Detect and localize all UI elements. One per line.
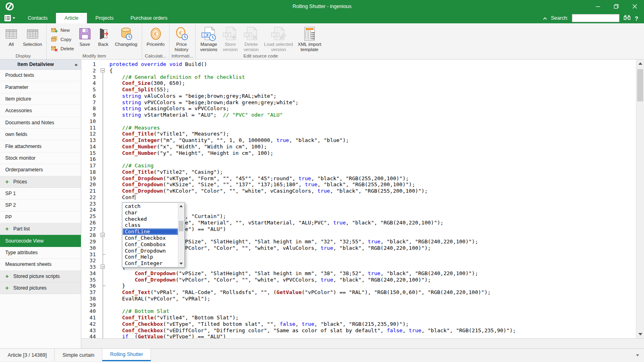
sidebar-item-sp-2[interactable]: SP 2: [0, 200, 81, 211]
svg-text:€: €: [154, 30, 157, 38]
sidebar-item-stock-monitor[interactable]: Stock monitor: [0, 152, 81, 164]
sidebar-item-pp[interactable]: PP: [0, 212, 81, 223]
manage-versions-button[interactable]: C#Manage versions: [198, 24, 220, 52]
fold-margin: [99, 270, 107, 277]
autocomplete-item[interactable]: Conf_Help: [123, 254, 178, 260]
scroll-down-icon[interactable]: [180, 263, 183, 265]
code-line: 41 Conf_Title("vTitle4", "Bottom Slat");: [81, 315, 636, 321]
sidebar-item-orderparameters[interactable]: Orderparameters: [0, 164, 81, 176]
line-number: 7: [81, 99, 99, 106]
scroll-up-icon[interactable]: [180, 205, 183, 207]
document-tab-rolling-shutter[interactable]: Rolling Shutter: [102, 349, 151, 361]
line-number: 30: [81, 245, 99, 251]
menu-tab-contacts[interactable]: Contacts: [19, 13, 56, 23]
autocomplete-item[interactable]: Conf_Integer: [123, 260, 178, 267]
autocomplete-item[interactable]: Conf_Combobox: [123, 241, 178, 248]
fold-margin: [99, 308, 107, 315]
autocomplete-item[interactable]: ConfLine: [123, 228, 178, 235]
tab-list-dropdown-icon[interactable]: [636, 354, 639, 356]
line-number: 14: [81, 144, 99, 150]
bottom-tab-bar: Article [3 / 14369]Simple curtainRolling…: [0, 348, 644, 362]
application-menu-button[interactable]: [0, 13, 19, 23]
code-line: 10: [81, 118, 636, 125]
save-button[interactable]: Save: [76, 24, 94, 47]
fold-margin: [99, 175, 107, 182]
scrollbar-thumb[interactable]: [637, 69, 643, 101]
sidebar-item-stored-picture-scripts[interactable]: +Stored picture scripts: [0, 271, 81, 282]
search-input[interactable]: [572, 14, 619, 22]
selection-button[interactable]: Selection: [21, 24, 44, 47]
autocomplete-item[interactable]: char: [123, 210, 178, 216]
autocomplete-item[interactable]: Conf_Checkbox: [123, 235, 178, 241]
ribbon-group-label: Calculati...: [144, 53, 167, 59]
fold-margin: [99, 321, 107, 327]
fold-margin[interactable]: [99, 264, 107, 270]
code-line: 4 Conf_Size(300, 650);: [81, 80, 636, 86]
code-area[interactable]: 1protected override void Build()2{3 //# …: [81, 60, 636, 338]
autocomplete-item[interactable]: Conf_Dropdown: [123, 248, 178, 254]
autocomplete-scrollbar[interactable]: [178, 203, 184, 267]
fold-margin: [99, 277, 107, 283]
fold-margin: [99, 296, 107, 302]
autocomplete-item[interactable]: class: [123, 222, 178, 228]
autocomplete-item[interactable]: catch: [123, 203, 178, 210]
binoculars-search-icon[interactable]: [623, 14, 631, 22]
sidebar-item-sp-1[interactable]: SP 1: [0, 188, 81, 200]
scroll-down-icon[interactable]: [638, 333, 642, 335]
sidebar-item-own-fields[interactable]: own fields: [0, 129, 81, 140]
delete-button[interactable]: Delete: [51, 44, 74, 53]
sidebar-item-parameter[interactable]: Parameter: [0, 81, 81, 93]
menu-tab-purchase-orders[interactable]: Purchase orders: [122, 13, 176, 23]
autocomplete-item[interactable]: checked: [123, 216, 178, 222]
help-icon[interactable]: ?: [635, 15, 638, 22]
autocomplete-popup[interactable]: catchcharcheckedclassConfLineConf_Checkb…: [122, 202, 185, 267]
price-history-button[interactable]: €Price history: [171, 24, 192, 52]
fold-margin: [99, 169, 107, 175]
window-title: Rolling Shutter - ingenious: [0, 4, 644, 9]
all-button[interactable]: All: [2, 24, 21, 47]
priceinfo-button[interactable]: €Priceinfo: [144, 24, 167, 47]
sidebar-item-stored-pictures[interactable]: +Stored pictures: [0, 282, 81, 294]
xml-import-template-button[interactable]: XML import template: [295, 24, 324, 52]
delete-version-icon: C#: [243, 26, 259, 42]
minimize-button[interactable]: [588, 0, 607, 13]
code-line: 11 //# Measures: [81, 125, 636, 131]
sidebar-item-prices[interactable]: +Prices: [0, 176, 81, 188]
fold-margin: [99, 74, 107, 80]
document-tab-article-3-14369-[interactable]: Article [3 / 14369]: [0, 349, 55, 361]
sidebar-item-type-attributes[interactable]: Type attributes: [0, 247, 81, 259]
back-button[interactable]: Back: [94, 24, 113, 47]
sidebar-item-documents-and-notes[interactable]: Documents and Notes: [0, 117, 81, 129]
line-number: 29: [81, 239, 99, 245]
collapse-ribbon-icon[interactable]: [543, 14, 547, 22]
code-line: 18 Conf_Title("vTitle2", "Casing");: [81, 169, 636, 175]
close-button[interactable]: [625, 0, 644, 13]
code-line: 17 //# Casing: [81, 162, 636, 169]
fold-margin: [99, 327, 107, 334]
fold-margin[interactable]: [99, 232, 107, 239]
document-tab-simple-curtain[interactable]: Simple curtain: [55, 349, 102, 361]
copy-button[interactable]: Copy: [51, 35, 74, 44]
ribbon-group-display: AllSelectionDisplay: [0, 23, 46, 59]
fold-margin[interactable]: [99, 68, 107, 74]
collapse-sidebar-icon[interactable]: «: [71, 62, 81, 68]
menu-tab-projects[interactable]: Projects: [87, 13, 122, 23]
svg-text:C#: C#: [225, 32, 229, 37]
line-number: 2: [81, 68, 99, 74]
sidebar-item-measurement-sheets[interactable]: Measurement sheets: [0, 259, 81, 270]
sidebar-item-sourcecode-view[interactable]: Sourcecode View: [0, 235, 81, 247]
sidebar-item-item-picture[interactable]: Item picture: [0, 93, 81, 105]
sidebar-item-part-list[interactable]: +Part list: [0, 223, 81, 235]
fold-margin: [99, 245, 107, 251]
scrollbar-thumb[interactable]: [179, 221, 184, 231]
new-button[interactable]: New: [51, 25, 74, 35]
sidebar-item-product-texts[interactable]: Product texts: [0, 70, 81, 81]
scroll-up-icon[interactable]: [638, 62, 642, 65]
restore-button[interactable]: [607, 0, 625, 13]
editor-vertical-scrollbar[interactable]: [636, 60, 644, 338]
changelog-button[interactable]: Changelog: [113, 24, 140, 47]
search-label: Search:: [551, 15, 568, 21]
menu-tab-article[interactable]: Article: [56, 13, 87, 23]
sidebar-item-accessories[interactable]: Accessories: [0, 105, 81, 117]
sidebar-item-file-attachments[interactable]: File attachments: [0, 140, 81, 152]
